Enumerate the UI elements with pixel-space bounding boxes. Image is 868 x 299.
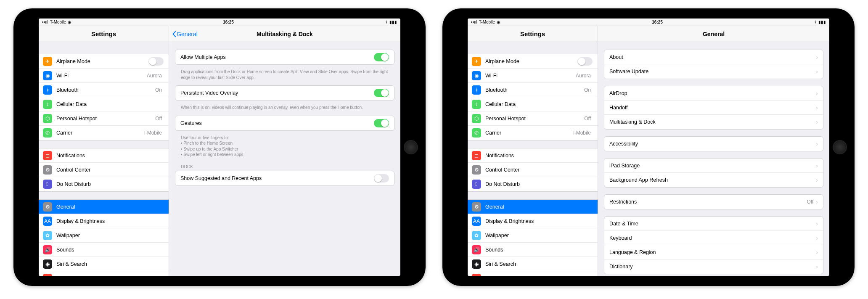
sidebar-item-label: Carrier (485, 130, 572, 136)
link-icon: ⬡ (43, 114, 52, 123)
back-label: General (177, 31, 198, 37)
sidebar-item-wallpaper[interactable]: ✿Wallpaper (468, 228, 598, 243)
sidebar-item-dnd[interactable]: ☾Do Not Disturb (39, 177, 169, 191)
moon-icon: ☾ (43, 180, 52, 189)
general-row-ipad-storage[interactable]: iPad Storage› (604, 159, 823, 173)
screen: ••ııl T-Mobile ◉ 16:25 ᚼ ▮▮▮ Settings ✈A… (468, 19, 829, 276)
row-label: Dictionary (609, 264, 816, 270)
row-label: Multitasking & Dock (609, 119, 816, 125)
sidebar-item-notifications[interactable]: ◻Notifications (468, 148, 598, 163)
general-row-accessibility[interactable]: Accessibility› (604, 137, 823, 151)
airplane-switch[interactable] (577, 57, 593, 66)
sidebar-item-sounds[interactable]: 🔊Sounds (39, 243, 169, 257)
sidebar-item-wallpaper[interactable]: ✿Wallpaper (39, 228, 169, 243)
home-button[interactable] (833, 140, 847, 154)
caption: When this is on, videos will continue pl… (175, 103, 394, 116)
chevron-right-icon: › (816, 177, 818, 183)
chevron-left-icon (172, 31, 177, 37)
sidebar-item-value: Off (155, 116, 162, 122)
row-label: Accessibility (609, 141, 816, 147)
home-button[interactable] (404, 140, 418, 154)
general-row-restrictions[interactable]: RestrictionsOff› (604, 195, 823, 209)
chevron-right-icon: › (816, 162, 818, 169)
general-row-handoff[interactable]: Handoff› (604, 101, 823, 115)
sidebar-title: Settings (39, 26, 169, 42)
sidebar-item-cellular[interactable]: ⟟Cellular Data (468, 97, 598, 111)
chevron-right-icon: › (816, 90, 818, 97)
chevron-right-icon: › (816, 249, 818, 256)
switches-icon: ⚙ (472, 165, 481, 175)
sidebar-item-wifi[interactable]: ◉Wi-FiAurora (468, 69, 598, 83)
sidebar-item-general[interactable]: ⚙General (39, 200, 169, 214)
sidebar-item-controlcenter[interactable]: ⚙Control Center (39, 163, 169, 177)
row-label: Language & Region (609, 249, 816, 255)
sidebar-item-display[interactable]: AADisplay & Brightness (39, 214, 169, 228)
sidebar-item-controlcenter[interactable]: ⚙Control Center (468, 163, 598, 177)
general-row-about[interactable]: About› (604, 50, 823, 64)
sidebar-item-carrier[interactable]: ✆CarrierT-Mobile (39, 126, 169, 140)
allow-multiple-apps-switch[interactable] (374, 53, 389, 61)
row-label: Date & Time (609, 221, 816, 227)
sidebar-item-siri[interactable]: ◉Siri & Search (468, 257, 598, 271)
speaker-icon: 🔊 (472, 245, 481, 254)
clock: 16:25 (223, 20, 234, 24)
general-row-background-app-refresh[interactable]: Background App Refresh› (604, 173, 823, 187)
sidebar-item-notifications[interactable]: ◻Notifications (39, 148, 169, 163)
gestures-switch[interactable] (374, 119, 389, 127)
settings-sidebar: Settings ✈Airplane Mode◉Wi-FiAuroraᚼBlue… (39, 26, 169, 276)
page-title: General (598, 31, 829, 37)
gestures-row[interactable]: Gestures (175, 116, 394, 130)
chevron-right-icon: › (816, 235, 818, 241)
sidebar-item-dnd[interactable]: ☾Do Not Disturb (468, 177, 598, 191)
general-row-multitasking-dock[interactable]: Multitasking & Dock› (604, 115, 823, 129)
airplane-switch[interactable] (148, 57, 164, 66)
general-row-airdrop[interactable]: AirDrop› (604, 86, 823, 101)
sidebar-item-label: Cellular Data (485, 101, 593, 107)
persistent-video-overlay-row[interactable]: Persistent Video Overlay (175, 86, 394, 100)
show-suggested-row[interactable]: Show Suggested and Recent Apps (175, 171, 394, 185)
sidebar-item-cellular[interactable]: ⟟Cellular Data (39, 97, 169, 111)
allow-multiple-apps-row[interactable]: Allow Multiple Apps (175, 50, 394, 64)
airplane-icon: ✈ (472, 57, 481, 66)
sidebar-item-label: Cellular Data (56, 101, 164, 107)
sidebar-item-label: Bluetooth (485, 87, 584, 93)
sidebar-item-bluetooth[interactable]: ᚼBluetoothOn (39, 83, 169, 97)
sidebar-item-touchid[interactable]: ◎Touch ID & Passcode (468, 271, 598, 276)
persistent-video-overlay-switch[interactable] (374, 89, 389, 97)
sidebar-item-carrier[interactable]: ✆CarrierT-Mobile (468, 126, 598, 140)
sidebar-item-sounds[interactable]: 🔊Sounds (468, 243, 598, 257)
sidebar-item-label: General (56, 204, 164, 210)
sidebar-item-touchid[interactable]: ◎Touch ID & Passcode (39, 271, 169, 276)
general-row-software-update[interactable]: Software Update› (604, 64, 823, 79)
sidebar-item-general[interactable]: ⚙General (468, 200, 598, 214)
sidebar-item-label: Airplane Mode (485, 58, 577, 64)
screen: ••ııl T-Mobile ◉ 16:25 ᚼ ▮▮▮ Settings ✈A… (39, 19, 400, 276)
sidebar-item-label: Do Not Disturb (485, 181, 593, 187)
sidebar-item-bluetooth[interactable]: ᚼBluetoothOn (468, 83, 598, 97)
ipad-left: ••ııl T-Mobile ◉ 16:25 ᚼ ▮▮▮ Settings ✈A… (13, 8, 426, 286)
row-label: Restrictions (609, 199, 807, 205)
sidebar-item-airplane[interactable]: ✈Airplane Mode (39, 54, 169, 69)
antenna-icon: ⟟ (43, 100, 52, 109)
sidebar-item-hotspot[interactable]: ⬡Personal HotspotOff (39, 111, 169, 126)
row-label: About (609, 54, 816, 60)
show-suggested-switch[interactable] (374, 174, 389, 183)
sidebar-item-airplane[interactable]: ✈Airplane Mode (468, 54, 598, 69)
settings-sidebar: Settings ✈Airplane Mode◉Wi-FiAuroraᚼBlue… (468, 26, 598, 276)
general-row-date-time[interactable]: Date & Time› (604, 217, 823, 231)
sidebar-item-label: Display & Brightness (485, 218, 593, 224)
sidebar-item-siri[interactable]: ◉Siri & Search (39, 257, 169, 271)
siri-icon: ◉ (43, 259, 52, 269)
sidebar-item-label: Wi-Fi (485, 73, 576, 79)
sidebar-item-hotspot[interactable]: ⬡Personal HotspotOff (468, 111, 598, 126)
back-button[interactable]: General (169, 31, 198, 37)
bluetooth-icon: ᚼ (43, 85, 52, 95)
general-row-language-region[interactable]: Language & Region› (604, 245, 823, 259)
section-label: Dock (175, 163, 394, 171)
general-row-dictionary[interactable]: Dictionary› (604, 259, 823, 274)
sidebar-item-display[interactable]: AADisplay & Brightness (468, 214, 598, 228)
general-row-keyboard[interactable]: Keyboard› (604, 231, 823, 245)
sidebar-item-wifi[interactable]: ◉Wi-FiAurora (39, 69, 169, 83)
sidebar-item-label: Wallpaper (56, 233, 164, 238)
row-label: AirDrop (609, 90, 816, 96)
